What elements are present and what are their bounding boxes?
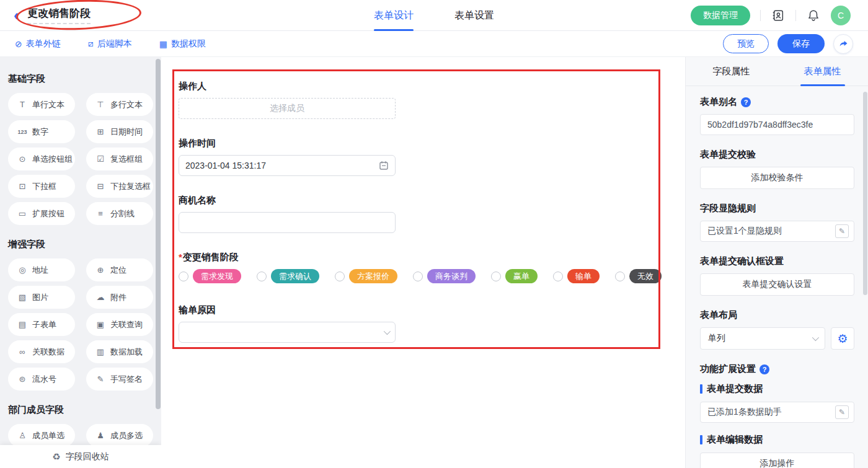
preview-button[interactable]: 预览 xyxy=(723,34,769,53)
field-type-pill[interactable]: ⊤多行文本 xyxy=(86,93,153,116)
field-label-stage: *变更销售阶段 xyxy=(179,252,650,263)
field-type-pill[interactable]: ▣关联查询 xyxy=(86,313,153,336)
save-button[interactable]: 保存 xyxy=(777,34,825,53)
header-tabs: 表单设计 表单设置 xyxy=(374,0,494,31)
visibility-rule-value: 已设置1个显隐规则 xyxy=(707,226,835,237)
field-type-pill[interactable]: ▧图片 xyxy=(8,286,75,309)
datetime-input[interactable]: 2023-01-04 15:31:17 xyxy=(179,155,396,176)
field-type-label: 附件 xyxy=(110,292,126,303)
stage-radio-option[interactable]: 输单 xyxy=(553,269,600,283)
help-icon[interactable]: ? xyxy=(741,97,751,107)
notification-bell-icon[interactable] xyxy=(806,8,821,23)
contacts-icon[interactable] xyxy=(771,8,786,23)
visibility-rule-box[interactable]: 已设置1个显隐规则 ✎ xyxy=(700,221,854,242)
stage-radio-option[interactable]: 商务谈判 xyxy=(413,269,476,283)
field-type-pill[interactable]: ⊜流水号 xyxy=(8,368,75,391)
field-type-icon: ▥ xyxy=(95,347,105,356)
field-type-pill[interactable]: 123数字 xyxy=(8,120,75,143)
field-type-pill[interactable]: ⊞日期时间 xyxy=(86,120,153,143)
radio-icon[interactable] xyxy=(553,272,563,281)
field-type-label: 图片 xyxy=(32,292,48,303)
edit-icon[interactable]: ✎ xyxy=(835,405,849,419)
stage-radio-option[interactable]: 赢单 xyxy=(491,269,538,283)
submit-data-box[interactable]: 已添加1条数据助手 ✎ xyxy=(700,402,854,423)
field-type-icon: T xyxy=(17,100,27,109)
field-type-pill[interactable]: ⊡下拉框 xyxy=(8,175,75,198)
field-type-icon: 123 xyxy=(17,129,27,135)
field-type-label: 扩展按钮 xyxy=(32,208,64,219)
field-type-label: 下拉复选框 xyxy=(110,181,151,192)
stage-tag: 输单 xyxy=(567,269,600,283)
field-type-label: 数据加载 xyxy=(110,347,143,358)
field-type-pill[interactable]: ▥数据加载 xyxy=(86,340,153,363)
submit-data-value: 已添加1条数据助手 xyxy=(707,407,835,418)
field-type-pill[interactable]: ☁附件 xyxy=(86,286,153,309)
add-operation-button[interactable]: 添加操作 xyxy=(700,453,854,468)
sidebar-scrollbar[interactable] xyxy=(156,59,161,409)
extension-settings-block: 功能扩展设置? xyxy=(700,363,854,375)
stage-radio-option[interactable]: 无效 xyxy=(615,269,662,283)
form-title[interactable]: 更改销售阶段 xyxy=(27,6,91,24)
radio-icon[interactable] xyxy=(257,272,267,281)
tab-form-design[interactable]: 表单设计 xyxy=(374,0,414,31)
radio-icon[interactable] xyxy=(615,272,625,281)
add-validate-condition-button[interactable]: 添加校验条件 xyxy=(700,167,854,189)
field-type-pill[interactable]: ⊟下拉复选框 xyxy=(86,175,153,198)
help-icon[interactable]: ? xyxy=(760,364,769,374)
field-recycle-bin[interactable]: ♻ 字段回收站 xyxy=(0,445,161,468)
field-type-label: 定位 xyxy=(110,265,126,276)
data-permission-link[interactable]: ▦ 数据权限 xyxy=(159,38,206,50)
field-type-icon: ⊜ xyxy=(17,374,27,384)
submit-confirm-button[interactable]: 表单提交确认设置 xyxy=(700,273,854,296)
layout-select[interactable]: 单列 xyxy=(700,327,825,350)
field-type-icon: ✎ xyxy=(95,374,105,384)
stage-radio-option[interactable]: 需求发现 xyxy=(179,269,241,283)
backend-script-link[interactable]: ⧄ 后端脚本 xyxy=(88,38,132,50)
secondary-toolbar: ⊘ 表单外链 ⧄ 后端脚本 ▦ 数据权限 预览 保存 xyxy=(0,31,868,57)
tab-form-settings[interactable]: 表单设置 xyxy=(454,0,494,31)
field-type-pill[interactable]: ∞关联数据 xyxy=(8,340,75,363)
oppname-input[interactable] xyxy=(179,212,396,233)
field-type-pill[interactable]: ⊕定位 xyxy=(86,258,153,281)
form-designer-app: ‹ 更改销售阶段 表单设计 表单设置 数据管理 C ⊘ 表单外链 ⧄ 后 xyxy=(0,0,868,468)
field-type-pill[interactable]: T单行文本 xyxy=(8,93,75,116)
divider xyxy=(760,10,761,21)
form-external-link[interactable]: ⊘ 表单外链 xyxy=(15,38,61,50)
field-type-pill[interactable]: ⊙单选按钮组 xyxy=(8,148,75,170)
field-type-icon: ▭ xyxy=(17,209,27,218)
share-button[interactable] xyxy=(833,34,853,54)
back-icon[interactable]: ‹ xyxy=(14,8,19,23)
tab-field-properties[interactable]: 字段属性 xyxy=(686,57,777,86)
field-type-icon: ◎ xyxy=(17,265,27,275)
field-type-pill[interactable]: ♙成员单选 xyxy=(8,424,75,447)
data-manage-button[interactable]: 数据管理 xyxy=(691,6,750,25)
field-type-pill[interactable]: ♟成员多选 xyxy=(86,424,153,447)
field-type-icon: ▤ xyxy=(17,320,27,329)
stage-radio-option[interactable]: 方案报价 xyxy=(335,269,397,283)
panel-scrollbar[interactable] xyxy=(863,92,867,295)
field-type-pill[interactable]: ◎地址 xyxy=(8,258,75,281)
radio-icon[interactable] xyxy=(491,272,501,281)
calendar-icon[interactable] xyxy=(379,161,389,170)
user-avatar[interactable]: C xyxy=(831,6,851,25)
field-type-pill[interactable]: ☑复选框组 xyxy=(86,148,153,170)
stage-radio-option[interactable]: 需求确认 xyxy=(257,269,319,283)
edit-icon[interactable]: ✎ xyxy=(835,224,849,238)
tab-form-properties[interactable]: 表单属性 xyxy=(777,57,868,86)
radio-icon[interactable] xyxy=(413,272,423,281)
stage-tag: 商务谈判 xyxy=(427,269,476,283)
field-type-pill[interactable]: ▤子表单 xyxy=(8,313,75,336)
lose-reason-select[interactable] xyxy=(179,322,396,343)
field-type-label: 数字 xyxy=(32,126,48,138)
field-type-pill[interactable]: ▭扩展按钮 xyxy=(8,202,75,225)
properties-tabs: 字段属性 表单属性 xyxy=(686,57,868,86)
field-type-pill[interactable]: ✎手写签名 xyxy=(86,368,153,391)
field-type-label: 关联查询 xyxy=(110,319,143,330)
layout-gear-button[interactable]: ⚙ xyxy=(831,327,854,350)
radio-icon[interactable] xyxy=(335,272,345,281)
radio-icon[interactable] xyxy=(179,272,188,281)
field-type-pill[interactable]: ≡分割线 xyxy=(86,202,153,225)
member-picker[interactable]: 选择成员 xyxy=(179,98,396,119)
field-type-icon: ⊤ xyxy=(95,100,105,109)
form-alias-input[interactable]: 50b2df1d97b74a8dff3ec3fe xyxy=(700,114,854,135)
